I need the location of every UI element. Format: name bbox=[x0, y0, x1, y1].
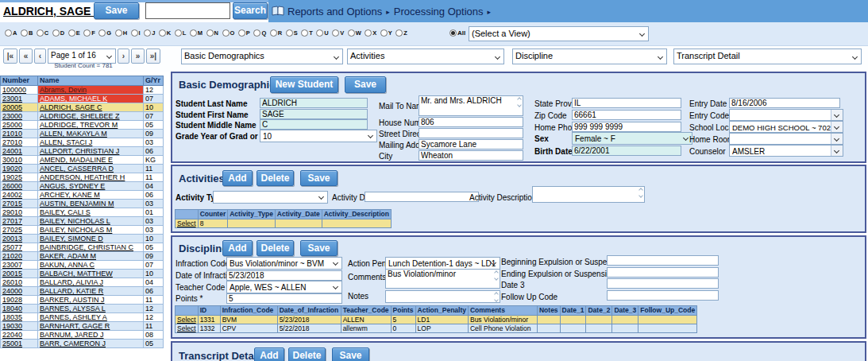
student-number-link[interactable]: 100000 bbox=[2, 86, 26, 94]
radio-circle-icon[interactable] bbox=[98, 29, 106, 37]
home-room-select[interactable] bbox=[729, 133, 843, 145]
activity-type-select[interactable] bbox=[213, 191, 328, 204]
scroll-arrows-icon[interactable] bbox=[495, 293, 498, 301]
student-name-link[interactable]: ADAMS, MICHAEL K bbox=[40, 95, 107, 103]
search-input[interactable] bbox=[145, 2, 230, 19]
points-field[interactable] bbox=[226, 293, 342, 304]
delete-transcript-button[interactable]: Delete bbox=[288, 347, 326, 361]
student-name-link[interactable]: BAILEY, NICHOLAS M bbox=[40, 226, 112, 234]
radio-circle-icon[interactable] bbox=[159, 29, 166, 37]
student-name-link[interactable]: ALLEN, STACI J bbox=[40, 138, 92, 146]
school-location-select[interactable]: DEMO HIGH SCHOOL ~ 7025 bbox=[729, 121, 843, 133]
student-name-link[interactable]: BARNHART, GAGE R bbox=[40, 322, 110, 330]
student-number-link[interactable]: 27010 bbox=[2, 138, 22, 146]
student-number-link[interactable]: 19030 bbox=[2, 322, 22, 330]
student-name-link[interactable]: BAKUN, ANNA C bbox=[40, 261, 95, 269]
radio-circle-icon[interactable] bbox=[37, 29, 44, 37]
student-number-link[interactable]: 23001 bbox=[2, 95, 22, 103]
student-number-link[interactable]: 20015 bbox=[2, 270, 22, 278]
student-name-link[interactable]: BAKER, ADAM M bbox=[40, 252, 96, 260]
selected-student-title[interactable]: ALDRICH, SAGE C bbox=[3, 5, 102, 17]
student-name-link[interactable]: ALLEN, MAKAYLA M bbox=[40, 130, 107, 138]
letter-radio[interactable]: R bbox=[270, 29, 282, 37]
letter-radio[interactable]: O bbox=[222, 29, 235, 37]
letter-radio[interactable]: F bbox=[83, 29, 95, 37]
letter-radio[interactable]: Y bbox=[380, 29, 392, 37]
student-number-link[interactable]: 23000 bbox=[2, 112, 22, 120]
letter-radio[interactable]: M bbox=[190, 29, 203, 37]
student-name-link[interactable]: BARKER, AUSTIN J bbox=[40, 296, 105, 304]
radio-circle-icon[interactable] bbox=[395, 29, 403, 37]
student-name-link[interactable]: BAILEY, SIMONE D bbox=[40, 235, 103, 243]
student-name-link[interactable]: BAILEY, CALI S bbox=[40, 208, 91, 216]
student-number-link[interactable]: 21020 bbox=[2, 252, 22, 260]
scroll-arrows-icon[interactable] bbox=[639, 188, 642, 197]
student-name-link[interactable]: ALLPORT, CHRISTIAN J bbox=[40, 147, 119, 155]
radio-circle-icon[interactable] bbox=[206, 29, 214, 37]
radio-circle-icon[interactable] bbox=[380, 29, 388, 37]
student-name-link[interactable]: ANGUS, SYDNEY E bbox=[40, 182, 105, 190]
student-name-link[interactable]: Abrams, Devin bbox=[40, 86, 87, 94]
letter-radio[interactable]: C bbox=[37, 29, 48, 37]
letter-radio[interactable]: J bbox=[144, 29, 155, 37]
student-number-link[interactable]: 30010 bbox=[2, 156, 22, 164]
radio-circle-icon[interactable] bbox=[52, 29, 60, 37]
section-select-4[interactable]: Transcript Detail bbox=[673, 49, 862, 64]
radio-selected-icon[interactable] bbox=[449, 29, 457, 37]
radio-circle-icon[interactable] bbox=[301, 29, 308, 37]
radio-circle-icon[interactable] bbox=[332, 29, 339, 37]
date-3-field[interactable] bbox=[607, 278, 719, 289]
new-student-button[interactable]: New Student bbox=[270, 76, 338, 93]
student-number-link[interactable]: 24000 bbox=[2, 287, 22, 295]
student-number-link[interactable]: 20013 bbox=[2, 235, 22, 243]
activity-description-textarea[interactable] bbox=[532, 186, 645, 203]
radio-circle-icon[interactable] bbox=[316, 29, 323, 37]
section-select-2[interactable]: Activities bbox=[347, 49, 504, 64]
radio-circle-icon[interactable] bbox=[238, 29, 245, 37]
student-name-link[interactable]: BARNUM, JARED J bbox=[40, 331, 104, 339]
delete-discipline-button[interactable]: Delete bbox=[257, 240, 294, 256]
student-name-link[interactable]: ALDRIDGE, TREVOR M bbox=[40, 121, 118, 129]
first-name-field[interactable] bbox=[260, 109, 368, 119]
student-number-link[interactable]: 27017 bbox=[2, 217, 22, 225]
radio-circle-icon[interactable] bbox=[286, 29, 293, 37]
all-radio[interactable]: All bbox=[449, 29, 465, 37]
letter-radio[interactable]: I bbox=[131, 29, 141, 37]
save-activity-button[interactable]: Save bbox=[300, 170, 338, 186]
radio-circle-icon[interactable] bbox=[190, 29, 197, 37]
student-number-link[interactable]: 19020 bbox=[2, 165, 22, 173]
fast-prev-button[interactable]: « bbox=[19, 49, 33, 64]
breadcrumb-item-processing[interactable]: Processing Options bbox=[394, 6, 484, 17]
student-name-link[interactable]: AUSTIN, BENJAMIN M bbox=[40, 200, 114, 208]
state-province-field[interactable] bbox=[572, 98, 681, 108]
radio-circle-icon[interactable] bbox=[21, 29, 28, 37]
letter-radio[interactable]: W bbox=[348, 29, 361, 37]
action-penalty-select[interactable]: Lunch Detention-1 days ~ LD1 bbox=[385, 257, 500, 270]
student-number-link[interactable]: 18035 bbox=[2, 313, 22, 321]
radio-circle-icon[interactable] bbox=[131, 29, 138, 37]
student-name-link[interactable]: BALBACH, MATTHEW bbox=[40, 270, 113, 278]
date-of-infraction-field[interactable] bbox=[226, 270, 342, 281]
save-discipline-button[interactable]: Save bbox=[300, 240, 338, 256]
student-name-link[interactable]: ANDERSON, HEATHER H bbox=[40, 173, 125, 181]
zip-code-field[interactable] bbox=[572, 110, 681, 120]
student-name-link[interactable]: ARCHEY, KANE M bbox=[40, 191, 100, 199]
letter-radio[interactable]: Z bbox=[395, 29, 407, 37]
letter-radio[interactable]: P bbox=[238, 29, 250, 37]
search-button[interactable]: Search bbox=[233, 2, 268, 19]
teacher-code-select[interactable]: Apple, WES ~ ALLEN bbox=[226, 281, 342, 293]
notes-textarea[interactable] bbox=[385, 290, 500, 303]
student-name-link[interactable]: BARNES, ALYSSA L bbox=[40, 305, 106, 312]
radio-circle-icon[interactable] bbox=[175, 29, 182, 37]
counselor-select[interactable]: AMSLER bbox=[729, 145, 843, 157]
mailing-address-field[interactable] bbox=[419, 139, 523, 149]
save-demographics-button[interactable]: Save bbox=[345, 76, 386, 93]
student-number-link[interactable]: 22040 bbox=[2, 331, 22, 339]
infraction-code-select[interactable]: Bus Violation/minor ~ BVM bbox=[226, 257, 342, 270]
letter-radio[interactable]: G bbox=[98, 29, 111, 37]
letter-radio[interactable]: S bbox=[286, 29, 298, 37]
letter-radio[interactable]: T bbox=[301, 29, 313, 37]
student-number-link[interactable]: 21010 bbox=[2, 130, 22, 138]
last-page-button[interactable]: »| bbox=[146, 49, 160, 64]
student-name-link[interactable]: ANCEL, CASSERRA D bbox=[40, 165, 114, 173]
